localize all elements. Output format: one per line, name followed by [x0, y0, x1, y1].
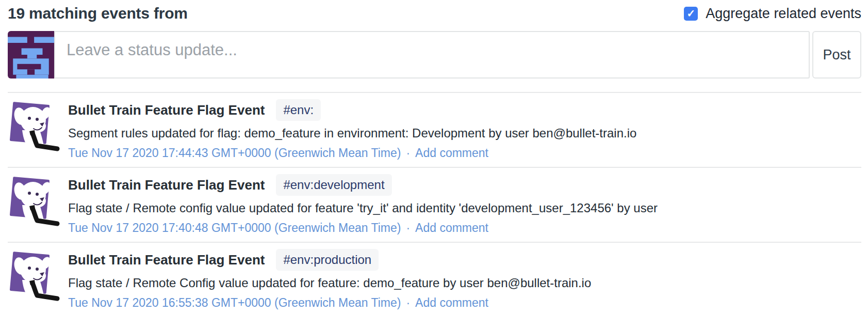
- checkmark-icon: ✓: [686, 8, 695, 19]
- event-title: Bullet Train Feature Flag Event: [68, 251, 265, 269]
- event-title-row: Bullet Train Feature Flag Event #env:: [68, 99, 861, 121]
- status-update-input[interactable]: [55, 32, 809, 77]
- event-content: Bullet Train Feature Flag Event #env: Se…: [68, 99, 861, 161]
- header: 19 matching events from ✓ Aggregate rela…: [0, 0, 868, 22]
- event-meta: Tue Nov 17 2020 16:55:38 GMT+0000 (Green…: [68, 295, 861, 310]
- event-row: Bullet Train Feature Flag Event #env: Se…: [8, 93, 861, 167]
- status-composer: Post: [8, 31, 861, 79]
- user-identicon-avatar: [8, 31, 54, 79]
- event-title-row: Bullet Train Feature Flag Event #env:dev…: [68, 174, 861, 196]
- event-title: Bullet Train Feature Flag Event: [68, 176, 265, 194]
- event-stream: Bullet Train Feature Flag Event #env: Se…: [8, 92, 861, 313]
- event-row: Bullet Train Feature Flag Event #env:dev…: [8, 168, 861, 242]
- event-description: Segment rules updated for flag: demo_fea…: [68, 125, 861, 142]
- event-description: Flag state / Remote Config value updated…: [68, 275, 861, 291]
- add-comment-link[interactable]: Add comment: [415, 145, 488, 161]
- datadog-dog-icon: [8, 250, 63, 302]
- add-comment-link[interactable]: Add comment: [415, 295, 488, 310]
- meta-separator: ·: [406, 295, 410, 310]
- datadog-bits-avatar: [8, 175, 54, 230]
- add-comment-link[interactable]: Add comment: [415, 220, 488, 236]
- meta-separator: ·: [406, 145, 410, 161]
- event-timestamp: Tue Nov 17 2020 17:44:43 GMT+0000 (Green…: [68, 145, 401, 161]
- aggregate-checkbox-label: Aggregate related events: [706, 6, 861, 22]
- event-description: Flag state / Remote config value updated…: [68, 200, 861, 216]
- env-tag-badge[interactable]: #env:: [276, 99, 321, 121]
- meta-separator: ·: [406, 220, 410, 236]
- aggregate-checkbox[interactable]: ✓: [684, 7, 698, 21]
- event-timestamp: Tue Nov 17 2020 17:40:48 GMT+0000 (Green…: [68, 220, 401, 236]
- datadog-bits-avatar: [8, 250, 54, 305]
- event-meta: Tue Nov 17 2020 17:40:48 GMT+0000 (Green…: [68, 220, 861, 236]
- env-tag-badge[interactable]: #env:development: [276, 174, 391, 196]
- event-timestamp: Tue Nov 17 2020 16:55:38 GMT+0000 (Green…: [68, 295, 401, 310]
- event-content: Bullet Train Feature Flag Event #env:pro…: [68, 249, 861, 310]
- datadog-dog-icon: [8, 175, 63, 227]
- event-meta: Tue Nov 17 2020 17:44:43 GMT+0000 (Green…: [68, 145, 861, 161]
- event-title: Bullet Train Feature Flag Event: [68, 101, 265, 119]
- event-title-row: Bullet Train Feature Flag Event #env:pro…: [68, 249, 861, 271]
- page-title: 19 matching events from: [8, 5, 188, 22]
- event-content: Bullet Train Feature Flag Event #env:dev…: [68, 174, 861, 236]
- env-tag-badge[interactable]: #env:production: [276, 249, 379, 271]
- datadog-bits-avatar: [8, 100, 54, 155]
- pixel-identicon-icon: [8, 31, 54, 79]
- post-button[interactable]: Post: [812, 31, 861, 79]
- status-update-box: [54, 31, 810, 79]
- event-stream-page: 19 matching events from ✓ Aggregate rela…: [0, 0, 868, 313]
- event-row: Bullet Train Feature Flag Event #env:pro…: [8, 243, 861, 313]
- aggregate-related-events-toggle[interactable]: ✓ Aggregate related events: [684, 6, 861, 22]
- datadog-dog-icon: [8, 100, 63, 152]
